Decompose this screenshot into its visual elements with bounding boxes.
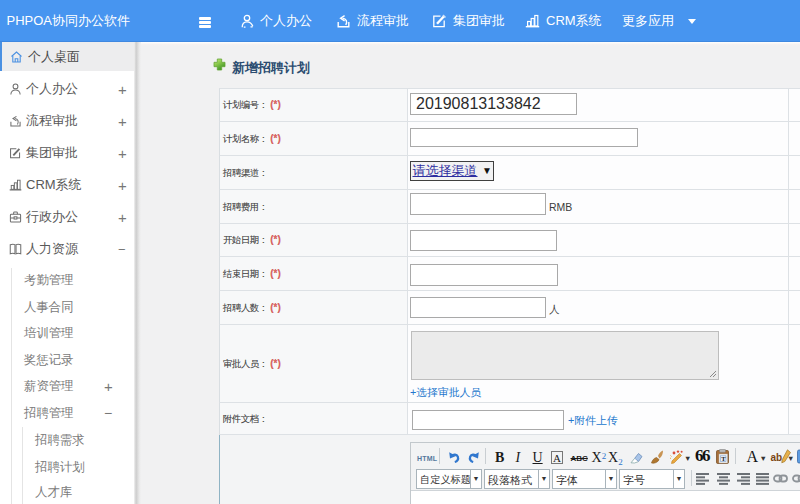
svg-text:T: T bbox=[721, 455, 726, 462]
